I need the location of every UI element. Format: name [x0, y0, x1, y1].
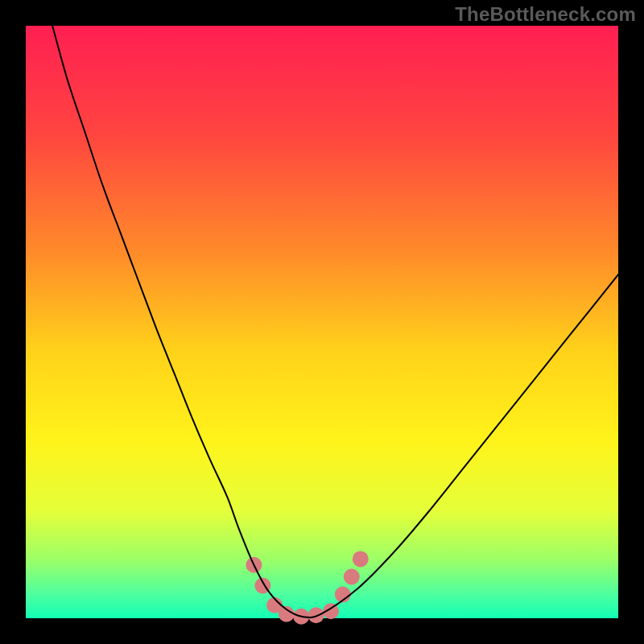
- optimal-marker: [308, 607, 324, 623]
- optimal-marker: [344, 569, 360, 585]
- bottleneck-chart: [0, 0, 644, 644]
- optimal-marker: [353, 551, 369, 567]
- plot-background: [26, 26, 618, 618]
- watermark-text: TheBottleneck.com: [455, 3, 636, 26]
- chart-root: TheBottleneck.com: [0, 0, 644, 644]
